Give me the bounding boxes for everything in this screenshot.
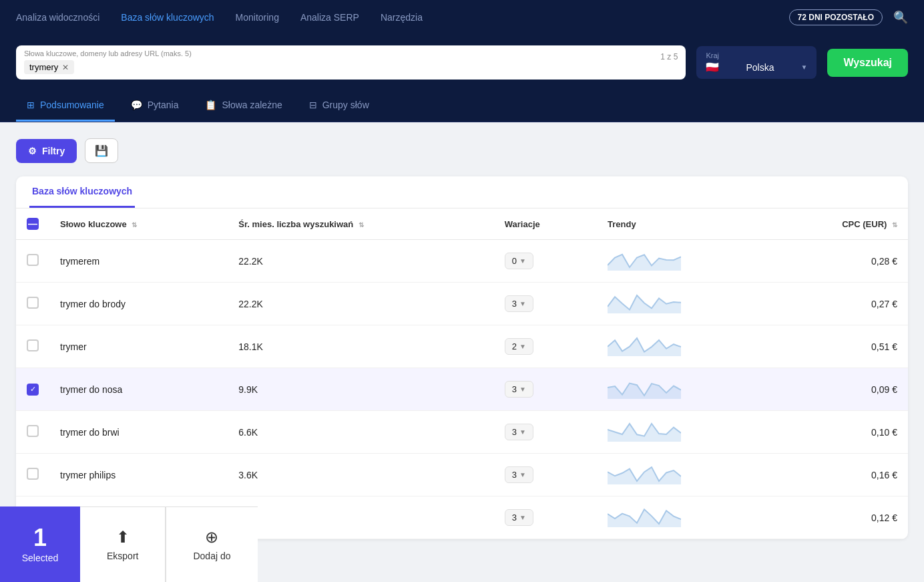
row-checkbox-cell — [16, 454, 49, 496]
addto-icon: ⊕ — [205, 528, 218, 547]
nav-baza-slow-kluczowych[interactable]: Baza słów kluczowych — [121, 12, 214, 23]
search-button[interactable]: Wyszukaj — [827, 49, 908, 77]
tab-podsumowanie-label: Podsumowanie — [40, 100, 104, 110]
variation-badge[interactable]: 3▼ — [505, 295, 533, 312]
row-checkbox-0[interactable] — [27, 254, 39, 266]
sparkline-chart — [608, 335, 681, 356]
row-checkbox-4[interactable] — [27, 425, 39, 437]
table-row: ✓trymer do nosa9.9K3▼0,09 € — [16, 368, 908, 411]
variation-chevron-icon: ▼ — [519, 300, 526, 307]
table-tab-row: Baza słów kluczowych — [16, 176, 908, 208]
row-searches: 22.2K — [228, 240, 493, 283]
variation-badge[interactable]: 0▼ — [505, 253, 533, 269]
addto-panel[interactable]: ⊕ Dodaj do — [166, 506, 257, 582]
svg-marker-5 — [608, 467, 681, 484]
row-searches: 9.9K — [228, 368, 493, 411]
sort-keyword-icon: ⇅ — [132, 221, 137, 229]
country-name: Polska — [746, 62, 774, 73]
table-row: trymer do brwi6.6K3▼0,10 € — [16, 411, 908, 454]
save-button[interactable]: 💾 — [85, 138, 118, 163]
header-searches[interactable]: Śr. mies. liczba wyszukiwań ⇅ — [228, 208, 493, 240]
selected-count-panel: 1 Selected — [0, 506, 80, 582]
variation-badge[interactable]: 2▼ — [505, 338, 533, 355]
tab-grupy-slow-label: Grupy słów — [322, 100, 369, 110]
row-checkbox-2[interactable] — [27, 339, 39, 351]
sparkline-chart — [608, 249, 681, 271]
row-checkbox-3[interactable]: ✓ — [27, 384, 39, 396]
svg-marker-0 — [608, 255, 681, 271]
variation-count: 3 — [512, 299, 517, 309]
variation-count: 3 — [512, 470, 517, 480]
header-trends: Trendy — [597, 208, 769, 240]
tabs-bar: ⊞ Podsumowanie 💬 Pytania 📋 Słowa zależne… — [0, 90, 924, 122]
table-row: trymerem22.2K0▼0,28 € — [16, 240, 908, 283]
variation-badge[interactable]: 3▼ — [505, 466, 533, 483]
row-cpc: 0,10 € — [769, 411, 908, 454]
header-cpc[interactable]: CPC (EUR) ⇅ — [769, 208, 908, 240]
nav-monitoring[interactable]: Monitoring — [236, 12, 279, 23]
export-panel[interactable]: ⬆ Eksport — [80, 506, 165, 582]
row-cpc: 0,51 € — [769, 325, 908, 368]
keyword-input-label: Słowa kluczowe, domeny lub adresy URL (m… — [24, 49, 192, 57]
country-value: 🇵🇱 Polska ▼ — [706, 61, 807, 74]
nav-narzedzia[interactable]: Narzędzia — [381, 12, 423, 23]
filter-button[interactable]: ⚙ Filtry — [16, 139, 77, 163]
select-all-checkbox[interactable]: — — [27, 218, 39, 230]
table-row: trymer do brody22.2K3▼0,27 € — [16, 283, 908, 325]
tab-grupy-slow[interactable]: ⊟ Grupy słów — [298, 90, 380, 122]
nav-analiza-widocznosci[interactable]: Analiza widoczności — [16, 12, 99, 23]
table-header-row: — Słowo kluczowe ⇅ Śr. mies. liczba wysz… — [16, 208, 908, 240]
country-selector[interactable]: Kraj 🇵🇱 Polska ▼ — [696, 46, 817, 79]
row-keyword: trymer philips — [49, 454, 228, 496]
row-checkbox-5[interactable] — [27, 468, 39, 480]
keyword-tag-text: trymery — [29, 62, 58, 72]
row-cpc: 0,28 € — [769, 240, 908, 283]
row-variations: 0▼ — [494, 240, 597, 283]
header-keyword[interactable]: Słowo kluczowe ⇅ — [49, 208, 228, 240]
top-navigation: Analiza widoczności Baza słów kluczowych… — [0, 0, 924, 35]
tab-podsumowanie-icon: ⊞ — [27, 100, 35, 110]
row-variations: 3▼ — [494, 454, 597, 496]
keywords-table: — Słowo kluczowe ⇅ Śr. mies. liczba wysz… — [16, 208, 908, 539]
row-trend — [597, 240, 769, 283]
search-icon[interactable]: 🔍 — [893, 10, 908, 25]
sparkline-chart — [608, 292, 681, 313]
export-icon: ⬆ — [116, 528, 130, 547]
row-checkbox-1[interactable] — [27, 297, 39, 309]
table-row: trymer18.1K2▼0,51 € — [16, 325, 908, 368]
header-variations-label: Wariacje — [505, 219, 540, 229]
row-cpc: 0,09 € — [769, 368, 908, 411]
variation-badge[interactable]: 3▼ — [505, 424, 533, 440]
row-searches: 3.6K — [228, 454, 493, 496]
tab-slowa-zalezne[interactable]: 📋 Słowa zależne — [194, 90, 292, 122]
row-keyword: trymerem — [49, 240, 228, 283]
row-searches: 6.6K — [228, 411, 493, 454]
tab-pytania[interactable]: 💬 Pytania — [120, 90, 190, 122]
keyword-tag[interactable]: trymery ✕ — [24, 60, 74, 74]
tab-pytania-label: Pytania — [148, 100, 179, 110]
row-checkbox-cell: ✓ — [16, 368, 49, 411]
row-variations: 2▼ — [494, 325, 597, 368]
keyword-input-inner: trymery ✕ — [24, 60, 678, 74]
tab-grupy-slow-icon: ⊟ — [309, 100, 317, 110]
table-tab-baza[interactable]: Baza słów kluczowych — [29, 176, 135, 208]
header-keyword-label: Słowo kluczowe — [60, 219, 127, 229]
keyword-tag-remove[interactable]: ✕ — [62, 63, 69, 72]
tab-podsumowanie[interactable]: ⊞ Podsumowanie — [16, 90, 115, 122]
tab-pytania-icon: 💬 — [131, 100, 142, 110]
row-keyword: trymer do nosa — [49, 368, 228, 411]
variation-badge[interactable]: 3▼ — [505, 381, 533, 398]
header-cpc-label: CPC (EUR) — [842, 219, 887, 229]
row-checkbox-cell — [16, 411, 49, 454]
variation-count: 3 — [512, 384, 517, 394]
variation-count: 0 — [512, 256, 517, 266]
sparkline-chart — [608, 378, 681, 399]
variation-chevron-icon: ▼ — [519, 471, 526, 478]
row-keyword: trymer — [49, 325, 228, 368]
row-trend — [597, 454, 769, 496]
row-checkbox-cell — [16, 240, 49, 283]
row-trend — [597, 411, 769, 454]
variation-count: 3 — [512, 427, 517, 437]
row-keyword: trymer do brwi — [49, 411, 228, 454]
nav-analiza-serp[interactable]: Analiza SERP — [300, 12, 359, 23]
